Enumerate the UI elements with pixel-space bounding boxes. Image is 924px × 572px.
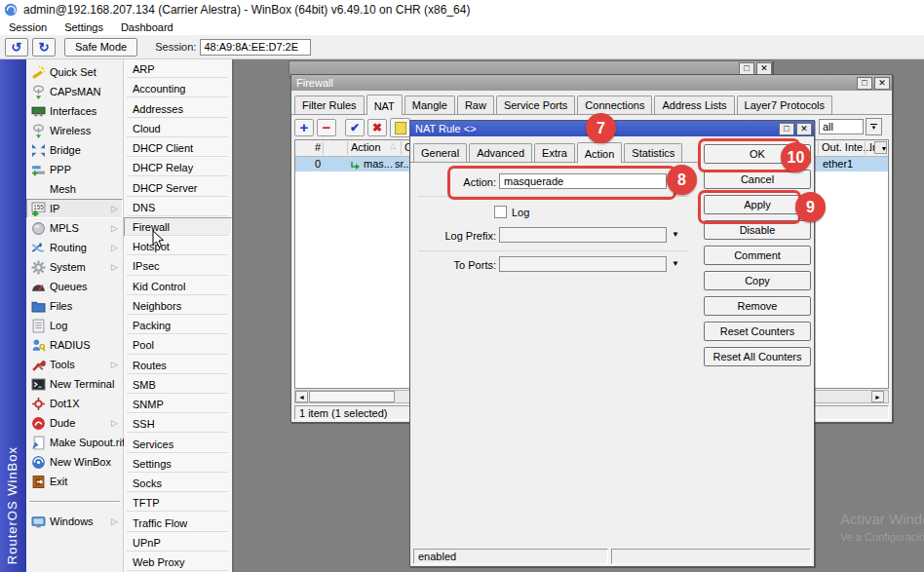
scrollbar-thumb[interactable] xyxy=(309,391,395,402)
sidebar-item-ip[interactable]: 155IP▷ xyxy=(26,199,123,218)
tab-mangle[interactable]: Mangle xyxy=(404,95,455,114)
submenu-item-cloud[interactable]: Cloud xyxy=(124,119,232,138)
dialog-tab-statistics[interactable]: Statistics xyxy=(624,143,682,162)
tab-raw[interactable]: Raw xyxy=(457,95,494,114)
submenu-item-snmp[interactable]: SNMP xyxy=(124,395,232,414)
submenu-item-dhcp-relay[interactable]: DHCP Relay xyxy=(124,158,232,177)
submenu-item-neighbors[interactable]: Neighbors xyxy=(124,296,232,316)
rule-state-badge: enabled xyxy=(413,549,608,564)
submenu-item-pool[interactable]: Pool xyxy=(124,335,232,355)
column-action[interactable]: Action xyxy=(351,141,381,153)
menu-session[interactable]: Session xyxy=(0,20,56,34)
submenu-item-accounting[interactable]: Accounting xyxy=(124,79,232,98)
close-icon[interactable]: ✕ xyxy=(874,77,890,90)
sidebar-item-ppp[interactable]: PPP xyxy=(26,160,123,179)
submenu-item-web-proxy[interactable]: Web Proxy xyxy=(124,553,232,572)
sidebar-item-quick-set[interactable]: Quick Set xyxy=(26,62,123,82)
sidebar-item-tools[interactable]: Tools▷ xyxy=(26,355,123,374)
disable-rule-button[interactable]: ✖ xyxy=(367,119,387,136)
submenu-item-ssh[interactable]: SSH xyxy=(124,414,232,434)
enable-rule-button[interactable]: ✔ xyxy=(345,119,365,136)
column-select-button[interactable]: ▼ xyxy=(874,141,887,154)
sidebar-item-wireless[interactable]: Wireless xyxy=(26,121,123,140)
maximize-icon[interactable]: □ xyxy=(857,77,872,90)
submenu-item-socks[interactable]: Socks xyxy=(124,474,232,493)
sidebar-item-make-supout-rif[interactable]: Make Supout.rif xyxy=(26,433,123,452)
menu-settings[interactable]: Settings xyxy=(56,20,112,34)
menu-dashboard[interactable]: Dashboard xyxy=(112,20,182,34)
tab-address-lists[interactable]: Address Lists xyxy=(654,95,734,114)
to-ports-dropdown-icon[interactable]: ▼ xyxy=(672,259,679,268)
sidebar-item-new-winbox[interactable]: New WinBox xyxy=(26,452,123,472)
sidebar-item-mesh[interactable]: Mesh xyxy=(26,179,123,199)
column-num[interactable]: # xyxy=(301,141,321,153)
row-out-interface: ether1 xyxy=(823,158,853,170)
sidebar-item-system[interactable]: System▷ xyxy=(26,257,123,277)
submenu-item-firewall[interactable]: Firewall xyxy=(124,217,232,237)
tab-filter-rules[interactable]: Filter Rules xyxy=(294,95,365,114)
reset-all-counters-button[interactable]: Reset All Counters xyxy=(704,347,811,366)
dialog-tab-extra[interactable]: Extra xyxy=(534,143,575,162)
add-rule-button[interactable]: + xyxy=(294,119,314,136)
annotation-step-10: 10 xyxy=(781,142,811,172)
undo-button[interactable]: ↺ xyxy=(5,38,28,57)
submenu-item-traffic-flow[interactable]: Traffic Flow xyxy=(124,513,232,532)
sidebar-item-windows[interactable]: Windows▷ xyxy=(26,512,123,531)
filter-dropdown-button[interactable]: ▼ xyxy=(866,118,882,135)
sidebar-item-files[interactable]: Files xyxy=(26,296,123,316)
sidebar-item-radius[interactable]: RADIUS xyxy=(26,335,123,355)
submenu-item-arp[interactable]: ARP xyxy=(124,59,232,79)
submenu-item-services[interactable]: Services xyxy=(124,434,232,453)
copy-button[interactable]: Copy xyxy=(704,271,811,290)
sidebar-item-interfaces[interactable]: Interfaces xyxy=(26,101,123,121)
comment-button[interactable]: Comment xyxy=(704,246,811,265)
submenu-item-addresses[interactable]: Addresses xyxy=(124,98,232,118)
submenu-item-dns[interactable]: DNS xyxy=(124,198,232,217)
sidebar-item-capsman[interactable]: CAPsMAN xyxy=(26,82,123,101)
tab-nat[interactable]: NAT xyxy=(366,95,403,115)
submenu-item-packing[interactable]: Packing xyxy=(124,316,232,335)
log-checkbox[interactable] xyxy=(494,206,507,218)
log-prefix-input[interactable] xyxy=(499,227,667,243)
submenu-item-smb[interactable]: SMB xyxy=(124,375,232,395)
sidebar-item-dot1x[interactable]: Dot1X xyxy=(26,394,123,413)
dialog-tab-advanced[interactable]: Advanced xyxy=(469,143,532,162)
to-ports-input[interactable] xyxy=(499,256,667,272)
submenu-item-settings[interactable]: Settings xyxy=(124,454,232,474)
sidebar-item-queues[interactable]: Queues xyxy=(26,277,123,296)
sidebar-item-dude[interactable]: Dude▷ xyxy=(26,413,123,433)
submenu-item-dhcp-server[interactable]: DHCP Server xyxy=(124,177,232,197)
submenu-item-tftp[interactable]: TFTP xyxy=(124,493,232,513)
safe-mode-button[interactable]: Safe Mode xyxy=(64,38,137,57)
dialog-tab-general[interactable]: General xyxy=(413,143,467,162)
sidebar-item-exit[interactable]: Exit xyxy=(26,472,123,491)
scroll-right-button[interactable]: ► xyxy=(871,391,884,402)
submenu-item-dhcp-client[interactable]: DHCP Client xyxy=(124,138,232,158)
sidebar-item-bridge[interactable]: Bridge xyxy=(26,140,123,160)
chain-filter-select[interactable]: all xyxy=(819,119,864,134)
tab-service-ports[interactable]: Service Ports xyxy=(496,95,575,114)
reset-counters-button[interactable]: Reset Counters xyxy=(704,322,811,341)
tab-connections[interactable]: Connections xyxy=(577,95,652,114)
remove-rule-button[interactable]: − xyxy=(317,119,336,136)
sidebar-item-log[interactable]: Log xyxy=(26,316,123,335)
sidebar-item-new-terminal[interactable]: New Terminal xyxy=(26,374,123,394)
scroll-left-button[interactable]: ◄ xyxy=(295,391,308,402)
close-icon[interactable]: ✕ xyxy=(796,123,812,135)
remove-button[interactable]: Remove xyxy=(704,296,811,316)
maximize-icon[interactable]: □ xyxy=(779,123,794,135)
dialog-tab-action[interactable]: Action xyxy=(577,142,623,163)
session-input[interactable]: 48:A9:8A:EE:D7:2E xyxy=(200,39,311,56)
redo-button[interactable]: ↻ xyxy=(32,38,56,57)
submenu-item-kid-control[interactable]: Kid Control xyxy=(124,277,232,296)
sidebar-item-mpls[interactable]: MPLS▷ xyxy=(26,218,123,238)
log-prefix-dropdown-icon[interactable]: ▼ xyxy=(672,230,679,239)
submenu-item-upnp[interactable]: UPnP xyxy=(124,533,232,553)
comment-button[interactable] xyxy=(390,118,410,137)
submenu-item-routes[interactable]: Routes xyxy=(124,356,232,375)
submenu-item-hotspot[interactable]: Hotspot xyxy=(124,237,232,256)
sidebar-item-routing[interactable]: Routing▷ xyxy=(26,238,123,257)
submenu-item-ipsec[interactable]: IPsec xyxy=(124,256,232,276)
tab-layer7-protocols[interactable]: Layer7 Protocols xyxy=(737,95,833,114)
cancel-button[interactable]: Cancel xyxy=(704,170,811,189)
